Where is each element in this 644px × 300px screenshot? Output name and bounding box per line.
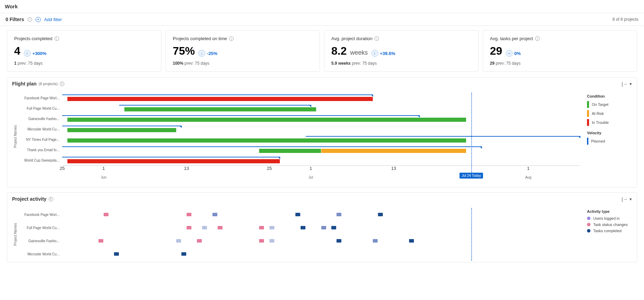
flight-plan-subtitle: (8 projects) (39, 82, 58, 86)
kpi-card[interactable]: Avg. tasks per project i 29 – 0% 29 prev… (483, 30, 637, 72)
legend-activity-title: Activity type (587, 209, 632, 213)
trend-up-icon: ↑ (371, 50, 378, 57)
activity-marker[interactable] (301, 226, 305, 229)
activity-row (62, 208, 580, 221)
x-month-tick: Aug (525, 175, 531, 179)
legend-item: In Trouble (587, 119, 632, 126)
gantt-bar[interactable] (67, 97, 373, 101)
kpi-value: 75% (173, 45, 195, 57)
kpi-title: Avg. tasks per project (490, 36, 533, 41)
kpi-previous: 5.9 weeks prev: 75 days (331, 61, 471, 66)
legend-swatch (587, 138, 588, 145)
x-tick: 13 (391, 166, 396, 171)
legend-label: In Trouble (592, 120, 609, 125)
add-filter-link[interactable]: Add filter (44, 17, 62, 22)
kpi-card[interactable]: Avg. project duration i 8.2 weeks ↑ +39.… (324, 30, 479, 72)
activity-marker[interactable] (337, 213, 341, 216)
kpi-value: 8.2 (331, 45, 347, 57)
kpi-card[interactable]: Projects completed i 4 ↑ +300% 1 prev: 7… (7, 30, 161, 72)
kpi-value: 29 (490, 45, 502, 57)
kpi-title: Avg. project duration (331, 36, 372, 41)
activity-row-label: Full Page World Cu... (17, 221, 62, 234)
gantt-bar[interactable] (67, 128, 176, 132)
x-tick: 1 (102, 166, 105, 171)
gantt-row-label: Thank you Email fo... (17, 145, 62, 155)
trend-down-icon: ↓ (198, 50, 205, 57)
gantt-row (62, 124, 580, 134)
activity-marker[interactable] (259, 226, 264, 229)
gantt-bar[interactable] (124, 107, 316, 111)
activity-marker[interactable] (181, 252, 186, 256)
activity-row-label: Microsite World Cu... (17, 247, 62, 261)
x-tick: 1 (527, 166, 529, 171)
gantt-bar[interactable] (67, 118, 466, 122)
activity-marker[interactable] (269, 226, 274, 229)
kpi-title: Projects completed on time (173, 36, 227, 41)
activity-marker[interactable] (187, 226, 191, 229)
activity-marker[interactable] (295, 213, 300, 216)
kpi-value: 4 (14, 45, 20, 57)
info-icon[interactable]: i (55, 36, 59, 41)
activity-marker[interactable] (337, 239, 341, 243)
activity-marker[interactable] (176, 239, 181, 243)
today-line (471, 208, 472, 261)
legend-swatch (587, 119, 589, 126)
activity-marker[interactable] (212, 213, 217, 216)
planned-line (62, 126, 181, 126)
gantt-row (62, 93, 580, 103)
legend-swatch (587, 229, 590, 233)
activity-marker[interactable] (269, 239, 274, 243)
legend-item: Users logged in (587, 216, 632, 220)
activity-marker[interactable] (202, 226, 207, 229)
flight-plan-title: Flight plan (12, 81, 37, 87)
kpi-title: Projects completed (14, 36, 53, 41)
x-month-tick: Jul (309, 175, 313, 179)
panel-export-button[interactable]: [→ ▾ (622, 197, 632, 202)
legend-swatch (587, 217, 590, 220)
add-filter-icon[interactable]: + (36, 17, 41, 22)
legend-swatch (587, 101, 589, 108)
flight-plan-panel: Flight plan (8 projects) i [→ ▾ Project … (7, 77, 637, 188)
activity-marker[interactable] (218, 226, 222, 229)
activity-marker[interactable] (104, 213, 108, 216)
planned-line (62, 146, 482, 147)
activity-marker[interactable] (259, 239, 264, 243)
info-icon[interactable]: i (49, 197, 53, 201)
activity-row-label: Gainesville Fashio... (17, 234, 62, 247)
kpi-previous: 1 prev: 75 days (14, 61, 154, 66)
x-tick: 1 (310, 166, 312, 171)
filter-bar: 0 Filters i + Add filter 8 of 8 projects (0, 13, 644, 26)
activity-marker[interactable] (98, 239, 103, 243)
legend-swatch (587, 110, 589, 117)
legend-item: Planned (587, 138, 632, 145)
activity-row (62, 221, 580, 234)
page-title: Work (0, 0, 644, 13)
activity-marker[interactable] (321, 226, 326, 229)
activity-marker[interactable] (373, 239, 378, 243)
gantt-bar[interactable] (259, 149, 321, 153)
info-icon[interactable]: i (535, 36, 540, 41)
planned-line (62, 94, 373, 95)
kpi-trend: ↑ +300% (24, 50, 47, 57)
gantt-bar[interactable] (67, 138, 466, 143)
gantt-bar[interactable] (321, 149, 466, 153)
info-icon[interactable]: i (60, 82, 64, 86)
gantt-bar[interactable] (67, 159, 280, 163)
gantt-row (62, 145, 580, 155)
planned-line (306, 136, 580, 137)
chevron-down-icon: ▾ (629, 81, 632, 87)
activity-marker[interactable] (187, 213, 191, 216)
kpi-card[interactable]: Projects completed on time i 75% ↓ -25% … (165, 30, 320, 72)
activity-marker[interactable] (197, 239, 202, 243)
legend-velocity-title: Velocity (587, 131, 632, 135)
info-icon[interactable]: i (28, 17, 32, 22)
activity-marker[interactable] (409, 239, 414, 243)
legend-item: Task status changes (587, 222, 632, 227)
info-icon[interactable]: i (375, 36, 379, 41)
activity-marker[interactable] (378, 213, 383, 216)
activity-marker[interactable] (331, 226, 336, 229)
activity-marker[interactable] (114, 252, 119, 256)
kpi-previous: 29 prev: 75 days (490, 61, 630, 66)
panel-export-button[interactable]: [→ ▾ (622, 81, 632, 87)
info-icon[interactable]: i (229, 36, 234, 41)
